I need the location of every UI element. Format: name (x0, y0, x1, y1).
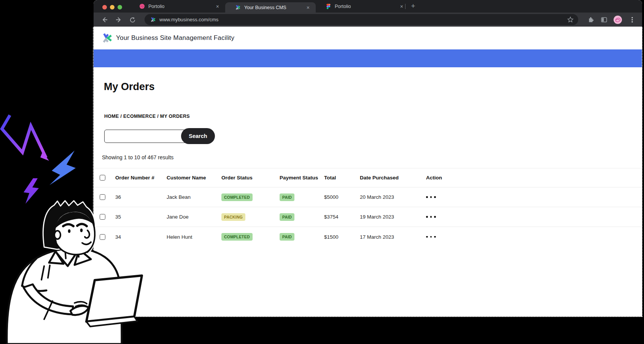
zoom-window-icon[interactable] (118, 5, 122, 10)
close-window-icon[interactable] (102, 5, 107, 10)
row-actions-button[interactable] (426, 196, 642, 198)
lightning-bolt-purple (24, 178, 39, 204)
pinwheel-logo-icon (235, 5, 241, 10)
tab-separator (405, 4, 405, 9)
cell-customer-name: Jack Bean (167, 194, 221, 200)
url-text: www.mybusiness.com/cms (159, 17, 567, 22)
side-panel-icon (601, 16, 607, 23)
row-actions-button[interactable] (426, 216, 642, 218)
cell-total: $5000 (324, 194, 360, 200)
lightning-bolt-blue (49, 151, 76, 185)
cell-date-purchased: 19 March 2023 (360, 214, 426, 220)
site-logo-pinwheel-icon (102, 32, 113, 44)
cell-customer-name: Jane Doe (167, 214, 221, 220)
decorative-illustration (0, 106, 152, 344)
orders-table: Order Number # Customer Name Order Statu… (94, 168, 642, 247)
new-tab-button[interactable]: + (409, 2, 418, 11)
close-tab-icon[interactable]: × (399, 3, 405, 10)
pinwheel-logo-icon (150, 17, 156, 22)
cell-date-purchased: 20 March 2023 (360, 194, 426, 200)
forward-arrow-icon (115, 16, 122, 23)
nav-band (94, 49, 642, 67)
person-illustration (7, 201, 142, 344)
payment-status-badge: PAID (280, 233, 294, 241)
tab-your-business-cms[interactable]: Your Business CMS × (225, 2, 316, 13)
payment-status-badge: PAID (280, 193, 294, 201)
browser-window: Portolio × Your Business CMS × Portolio … (94, 0, 642, 317)
side-panel-button[interactable] (599, 15, 609, 24)
back-button[interactable] (100, 15, 110, 25)
address-bar[interactable]: www.mybusiness.com/cms (145, 14, 578, 25)
back-arrow-icon (101, 16, 108, 23)
site-title: Your Business Site Management Facility (116, 34, 234, 42)
bookmark-star-icon[interactable] (567, 16, 574, 23)
tab-title: Your Business CMS (244, 5, 286, 10)
tab-title: Portolio (335, 4, 351, 9)
cell-total: $1500 (324, 234, 360, 240)
lightning-bolt-outline (2, 115, 49, 161)
order-status-badge: COMPLETED (221, 233, 253, 241)
browser-toolbar: www.mybusiness.com/cms (94, 13, 642, 27)
close-tab-icon[interactable]: × (305, 4, 311, 11)
reload-button[interactable] (127, 15, 137, 25)
order-status-badge: PACKING (221, 213, 245, 221)
tab-portolio-1[interactable]: Portolio × (129, 0, 225, 13)
avatar-icon (613, 15, 622, 24)
tab-strip: Portolio × Your Business CMS × Portolio … (94, 0, 642, 13)
forward-button[interactable] (114, 15, 124, 25)
column-header: Date Purchased (360, 175, 426, 181)
table-row[interactable]: 35 Jane Doe PACKING PAID $3754 19 March … (94, 207, 642, 227)
profile-avatar[interactable] (613, 15, 622, 24)
table-row[interactable]: 36 Jack Bean COMPLETED PAID $5000 20 Mar… (94, 187, 642, 207)
column-header: Action (426, 175, 642, 181)
cell-date-purchased: 17 March 2023 (360, 234, 426, 240)
order-status-badge: COMPLETED (221, 193, 253, 201)
page-title: My Orders (104, 81, 155, 93)
site-header: Your Business Site Management Facility (94, 27, 642, 49)
column-header: Payment Status (280, 175, 324, 181)
column-header: Total (324, 175, 360, 181)
minimize-window-icon[interactable] (110, 5, 114, 10)
kebab-menu-icon (629, 16, 635, 23)
window-controls (102, 5, 122, 10)
browser-menu-button[interactable] (628, 15, 637, 24)
orders-body: 36 Jack Bean COMPLETED PAID $5000 20 Mar… (94, 187, 642, 247)
column-header: Order Status (221, 175, 280, 181)
dribbble-icon (139, 3, 145, 9)
reload-icon (129, 17, 136, 23)
table-row[interactable]: 34 Helen Hunt COMPLETED PAID $1500 17 Ma… (94, 227, 642, 247)
tab-portolio-2[interactable]: Portolio × (316, 0, 409, 13)
cell-total: $3754 (324, 214, 360, 220)
figma-icon (326, 3, 331, 9)
page-content: My Orders HOME / ECOMMERCE / MY ORDERS S… (94, 67, 642, 317)
table-header-row: Order Number # Customer Name Order Statu… (94, 168, 642, 187)
extensions-button[interactable] (586, 15, 595, 24)
cell-customer-name: Helen Hunt (167, 234, 221, 240)
tab-title: Portolio (148, 4, 164, 9)
search-button[interactable]: Search (181, 128, 215, 144)
close-tab-icon[interactable]: × (215, 3, 221, 10)
column-header: Customer Name (167, 175, 221, 181)
puzzle-icon (587, 16, 594, 23)
payment-status-badge: PAID (280, 213, 294, 221)
row-actions-button[interactable] (426, 236, 642, 238)
